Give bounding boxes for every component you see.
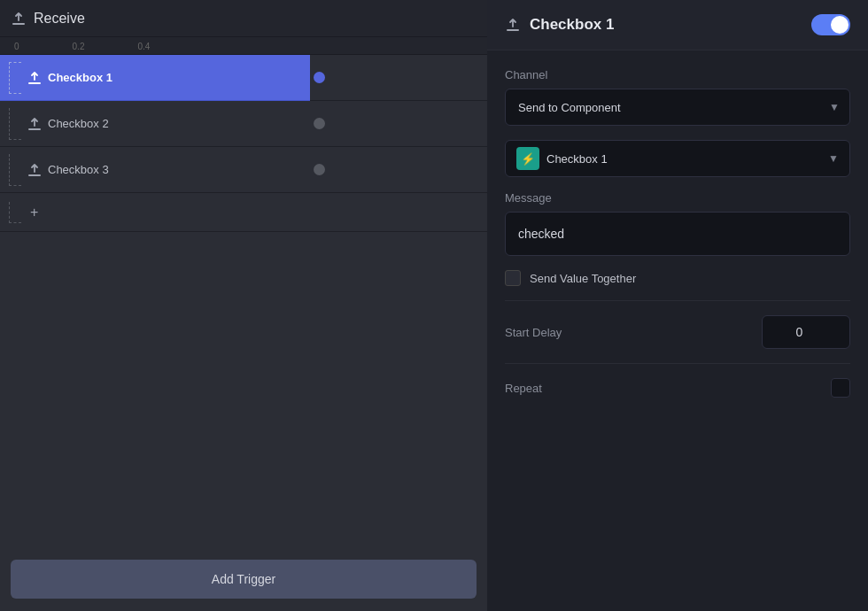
- target-section: ⚡ Checkbox 1 ▼: [505, 140, 850, 177]
- message-label: Message: [505, 191, 850, 205]
- repeat-checkbox[interactable]: [831, 378, 850, 398]
- ruler: 0 0.2 0.4: [0, 37, 487, 55]
- add-trigger-row[interactable]: +: [0, 193, 487, 232]
- send-value-checkbox[interactable]: [505, 270, 521, 286]
- message-section: Message: [505, 191, 850, 256]
- right-header-title: Checkbox 1: [530, 16, 614, 34]
- add-trigger-button[interactable]: Add Trigger: [11, 560, 477, 599]
- toggle-switch[interactable]: [811, 14, 850, 35]
- repeat-label: Repeat: [505, 382, 542, 395]
- timeline-dot-2: [314, 118, 325, 129]
- trigger-item-1[interactable]: Checkbox 1: [0, 55, 487, 101]
- target-chevron-icon: ▼: [828, 152, 839, 165]
- send-value-label: Send Value Together: [530, 272, 636, 285]
- svg-rect-4: [507, 29, 519, 31]
- svg-rect-2: [28, 128, 41, 130]
- ruler-mark-0: 0: [14, 42, 19, 51]
- divider-2: [505, 363, 850, 364]
- svg-rect-3: [28, 174, 41, 176]
- start-delay-label: Start Delay: [505, 326, 562, 339]
- svg-rect-0: [12, 23, 25, 25]
- timeline-dot-1: [314, 72, 325, 83]
- add-trigger-button-wrapper: Add Trigger: [0, 547, 487, 611]
- left-header-title: Receive: [34, 11, 85, 27]
- right-pane: Checkbox 1 Channel Send to Component Bro…: [487, 0, 868, 611]
- channel-section: Channel Send to Component Broadcast Dire…: [505, 68, 850, 126]
- right-body: Channel Send to Component Broadcast Dire…: [487, 50, 868, 415]
- trigger-name-2: Checkbox 2: [48, 117, 109, 130]
- trigger-item-2[interactable]: Checkbox 2: [0, 101, 487, 147]
- target-component-icon: ⚡: [516, 147, 539, 170]
- right-header-left: Checkbox 1: [505, 16, 614, 34]
- trigger-item-3[interactable]: Checkbox 3: [0, 147, 487, 193]
- trigger-name-3: Checkbox 3: [48, 163, 109, 176]
- repeat-row: Repeat: [505, 378, 850, 398]
- message-input[interactable]: [505, 212, 850, 256]
- checkbox1-upload-icon: [27, 70, 43, 86]
- main-wrapper: Receive 0 0.2 0.4 Checkbox 1: [0, 0, 868, 611]
- target-select[interactable]: ⚡ Checkbox 1 ▼: [505, 140, 850, 177]
- receive-icon: [11, 11, 27, 27]
- target-name: Checkbox 1: [546, 152, 821, 166]
- right-header-upload-icon: [505, 17, 521, 33]
- channel-select[interactable]: Send to Component Broadcast Direct: [505, 89, 850, 126]
- start-delay-row: Start Delay: [505, 315, 850, 349]
- divider-1: [505, 300, 850, 301]
- ruler-mark-02: 0.2: [73, 42, 85, 51]
- right-header: Checkbox 1: [487, 0, 868, 50]
- ruler-mark-04: 0.4: [137, 42, 150, 51]
- left-header: Receive: [0, 0, 487, 37]
- add-plus-icon: +: [30, 205, 38, 220]
- channel-select-wrapper[interactable]: Send to Component Broadcast Direct ▼: [505, 89, 850, 126]
- svg-rect-1: [28, 82, 41, 84]
- send-value-row: Send Value Together: [505, 270, 850, 286]
- checkbox2-upload-icon: [27, 116, 43, 132]
- channel-label: Channel: [505, 68, 850, 81]
- trigger-name-1: Checkbox 1: [48, 71, 112, 84]
- start-delay-input[interactable]: [762, 315, 850, 349]
- timeline-dot-3: [314, 164, 325, 175]
- left-pane: Receive 0 0.2 0.4 Checkbox 1: [0, 0, 487, 611]
- checkbox3-upload-icon: [27, 162, 43, 178]
